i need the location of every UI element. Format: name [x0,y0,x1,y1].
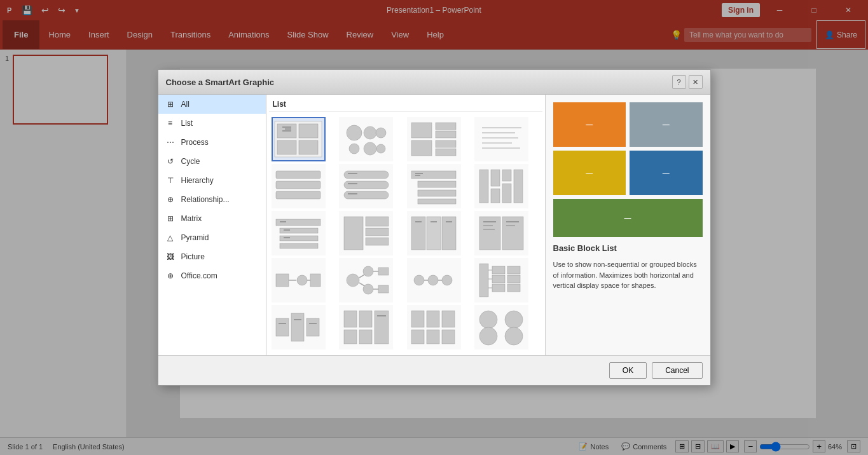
svg-rect-42 [479,170,488,203]
cycle-icon: ↺ [165,156,176,167]
svg-rect-16 [411,123,432,138]
smartart-item-14[interactable] [339,258,393,302]
svg-rect-97 [492,284,505,292]
svg-point-88 [428,275,438,285]
svg-rect-18 [436,131,456,138]
svg-rect-4 [299,124,318,138]
svg-rect-96 [492,275,505,283]
svg-rect-31 [344,181,389,189]
svg-rect-72 [276,274,289,287]
category-relationship[interactable]: ⊕ Relationship... [158,190,266,209]
category-all[interactable]: ⊞ All [158,95,266,114]
smartart-item-7[interactable] [407,164,461,208]
hierarchy-icon: ⊤ [165,175,176,186]
relationship-icon: ⊕ [165,194,176,205]
svg-point-12 [376,128,386,138]
officecom-icon: ⊕ [165,270,176,282]
preview-panel: — — — — — Basic Block List Use to show n… [545,95,710,355]
category-process[interactable]: ⋯ Process [158,133,266,152]
smartart-item-4[interactable] [474,117,528,161]
svg-rect-39 [418,181,456,187]
svg-point-10 [347,125,362,140]
svg-rect-20 [436,140,456,147]
svg-rect-30 [344,171,389,179]
dialog-footer: OK Cancel [158,355,710,385]
svg-point-120 [505,311,523,329]
svg-rect-36 [411,171,456,179]
svg-point-11 [364,126,376,139]
category-cycle[interactable]: ↺ Cycle [158,152,266,171]
svg-rect-109 [344,330,357,344]
dialog-help-button[interactable]: ? [672,75,686,89]
svg-rect-48 [276,219,320,226]
categories-panel: ⊞ All ≡ List ⋯ Process ↺ Cycle ⊤ Hiera [158,95,266,355]
svg-point-121 [479,327,497,345]
smartart-item-3[interactable] [407,117,461,161]
svg-rect-52 [280,236,318,241]
smartart-item-6[interactable] [339,164,393,208]
cancel-button[interactable]: Cancel [652,362,702,379]
smartart-item-11[interactable] [407,211,461,255]
svg-rect-110 [359,330,372,344]
dialog-close-button[interactable]: ✕ [689,75,703,89]
smartart-item-5[interactable] [272,164,326,208]
svg-rect-54 [280,243,318,248]
smartart-item-15[interactable] [407,258,461,302]
svg-point-77 [347,274,359,287]
smartart-item-16[interactable] [474,258,528,302]
graphics-grid [269,114,542,352]
svg-rect-108 [359,311,372,327]
picture-icon: 🖼 [165,251,176,262]
svg-rect-99 [507,275,520,283]
preview-thumb-gray: — [630,102,703,147]
smartart-item-12[interactable] [474,211,528,255]
smartart-item-20[interactable] [474,305,528,350]
svg-rect-115 [442,311,455,327]
svg-rect-5 [277,140,296,154]
svg-rect-27 [276,171,320,179]
category-list[interactable]: ≡ List [158,114,266,133]
smartart-item-1[interactable] [272,117,326,161]
svg-rect-95 [492,266,505,274]
svg-rect-19 [411,140,432,156]
svg-rect-6 [299,140,318,154]
preview-description: Use to show non-sequential or grouped bl… [553,259,703,291]
category-hierarchy[interactable]: ⊤ Hierarchy [158,171,266,190]
svg-point-81 [363,284,373,294]
svg-rect-41 [418,199,456,204]
smartart-item-10[interactable] [339,211,393,255]
svg-rect-40 [418,190,456,196]
category-pyramid[interactable]: △ Pyramid [158,228,266,247]
dialog-body: ⊞ All ≡ List ⋯ Process ↺ Cycle ⊤ Hiera [158,95,710,355]
category-officecom[interactable]: ⊕ Office.com [158,266,266,285]
svg-rect-107 [344,311,357,327]
ok-button[interactable]: OK [609,362,647,379]
smartart-item-8[interactable] [474,164,528,208]
modal-overlay: Choose a SmartArt Graphic ? ✕ ⊞ All ≡ Li… [0,0,868,455]
svg-point-74 [297,275,307,285]
dialog-header: Choose a SmartArt Graphic ? ✕ [158,70,710,95]
svg-rect-45 [502,170,511,181]
smartart-item-9[interactable] [272,211,326,255]
graphics-panel: List [266,95,545,355]
svg-rect-100 [507,284,520,292]
preview-thumb-blue: — [630,151,703,195]
svg-point-119 [479,311,497,329]
preview-thumb-green: — [553,199,703,237]
svg-rect-118 [442,330,455,344]
smartart-item-13[interactable] [272,258,326,302]
smartart-item-18[interactable] [339,305,393,350]
svg-rect-44 [491,189,500,203]
category-matrix[interactable]: ⊞ Matrix [158,209,266,228]
category-picture[interactable]: 🖼 Picture [158,247,266,266]
dialog-controls: ? ✕ [672,75,703,89]
smartart-item-2[interactable] [339,117,393,161]
list-icon: ≡ [165,118,176,129]
smartart-item-17[interactable] [272,305,326,350]
matrix-icon: ⊞ [165,213,176,224]
svg-rect-76 [310,274,320,287]
dialog-title: Choose a SmartArt Graphic [166,78,275,87]
svg-rect-113 [411,311,424,327]
smartart-item-19[interactable] [407,305,461,350]
preview-thumb-orange: — [553,102,626,147]
